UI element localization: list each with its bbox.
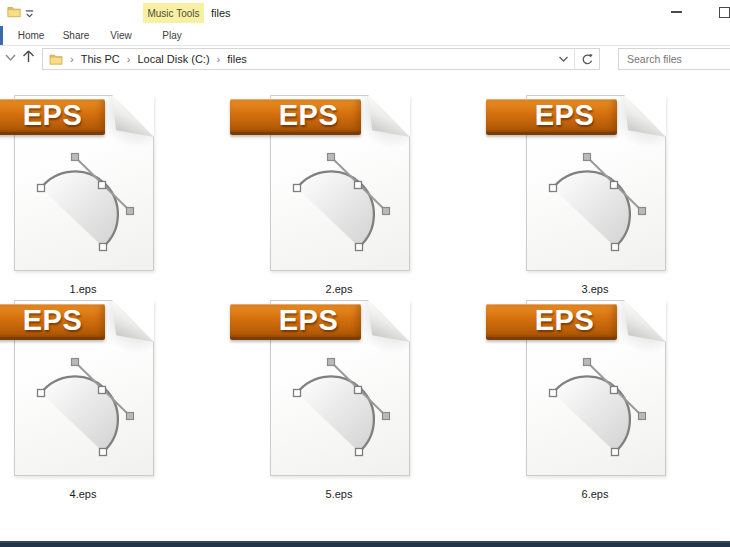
chevron-down-icon [558,55,569,63]
eps-badge-label: EPS [279,306,339,335]
minimize-button[interactable] [662,2,690,22]
file-name[interactable]: 2.eps [270,283,408,295]
breadcrumb-folder-icon [49,53,63,65]
contextual-tab-music-tools[interactable]: Music Tools [143,3,204,23]
search-box [618,48,730,70]
file-name[interactable]: 1.eps [14,283,152,295]
tab-share-label: Share [63,30,90,41]
file-name[interactable]: 3.eps [526,283,664,295]
search-input[interactable] [619,49,730,69]
eps-badge-label: EPS [23,101,83,130]
bottom-strip [0,541,730,547]
file-name[interactable]: 6.eps [526,488,664,500]
breadcrumb-separator: › [120,53,138,65]
file-tile-5[interactable]: EPS 5.eps [230,296,410,502]
file-list: EPS 1.eps EPS 2.eps [0,72,730,541]
file-tile-4[interactable]: EPS 4.eps [0,296,154,502]
tab-view-label: View [110,30,132,41]
eps-badge: EPS [486,304,617,340]
up-one-level-button[interactable] [21,49,36,64]
eps-badge-label: EPS [535,101,595,130]
maximize-button[interactable] [706,2,730,22]
eps-badge: EPS [230,304,361,340]
breadcrumb-local-disk-c[interactable]: Local Disk (C:) [137,53,209,65]
recent-locations-chevron-icon[interactable] [4,53,17,62]
file-name[interactable]: 5.eps [270,488,408,500]
address-dropdown-button[interactable] [552,49,574,69]
eps-badge: EPS [0,304,105,340]
file-tile-1[interactable]: EPS 1.eps [0,91,154,297]
breadcrumb-files[interactable]: files [227,53,247,65]
eps-badge-label: EPS [279,101,339,130]
tab-play-label: Play [162,30,181,41]
eps-badge: EPS [486,99,617,135]
minimize-icon [671,11,682,13]
breadcrumb-separator: › [63,53,81,65]
file-tile-6[interactable]: EPS 6.eps [486,296,666,502]
tab-file-partial[interactable] [0,26,3,45]
eps-badge-label: EPS [23,306,83,335]
file-tile-2[interactable]: EPS 2.eps [230,91,410,297]
tab-home-label: Home [18,30,45,41]
eps-badge: EPS [230,99,361,135]
tab-share[interactable]: Share [54,26,98,45]
breadcrumb-this-pc[interactable]: This PC [81,53,120,65]
refresh-icon [581,53,594,66]
eps-badge: EPS [0,99,105,135]
tab-home[interactable]: Home [12,26,50,45]
window-title: files [211,7,231,19]
breadcrumb-separator: › [210,53,228,65]
refresh-button[interactable] [575,49,599,69]
tab-play[interactable]: Play [152,26,192,45]
eps-badge-label: EPS [535,306,595,335]
quick-access-dropdown-icon[interactable] [24,8,35,19]
maximize-icon [719,7,730,18]
address-bar[interactable]: › This PC › Local Disk (C:) › files [42,48,600,70]
title-bar: Music Tools files [0,0,730,26]
tab-view[interactable]: View [101,26,141,45]
file-tile-3[interactable]: EPS 3.eps [486,91,666,297]
file-name[interactable]: 4.eps [14,488,152,500]
app-folder-icon [7,5,21,18]
contextual-tab-label: Music Tools [147,8,199,19]
